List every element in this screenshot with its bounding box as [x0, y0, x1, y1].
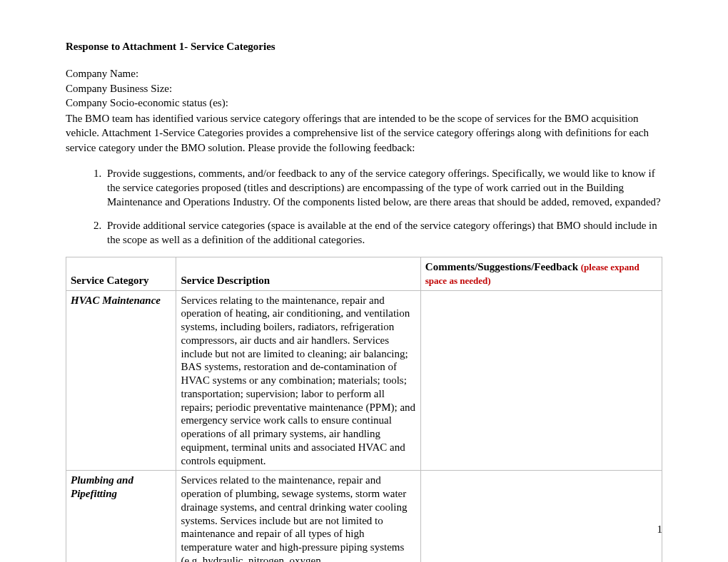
feedback-list: Provide suggestions, comments, and/or fe…	[66, 166, 662, 247]
business-size-field: Company Business Size:	[66, 81, 662, 96]
socio-economic-field: Company Socio-economic status (es):	[66, 96, 662, 110]
cell-comments[interactable]	[420, 290, 662, 471]
feedback-item-1: Provide suggestions, comments, and/or fe…	[104, 166, 662, 210]
header-service-description: Service Description	[176, 257, 420, 291]
cell-comments[interactable]	[420, 471, 662, 562]
cell-category: Plumbing and Pipefitting	[66, 471, 176, 562]
cell-description: Services relating to the maintenance, re…	[176, 290, 420, 471]
header-comments-main: Comments/Suggestions/Feedback	[425, 261, 581, 272]
header-service-category: Service Category	[66, 257, 176, 291]
table-header-row: Service Category Service Description Com…	[66, 257, 662, 291]
cell-description: Services related to the maintenance, rep…	[176, 471, 420, 562]
page-number: 1	[657, 522, 663, 536]
header-comments: Comments/Suggestions/Feedback (please ex…	[420, 257, 662, 291]
doc-title: Response to Attachment 1- Service Catego…	[66, 39, 662, 53]
feedback-item-2: Provide additional service categories (s…	[104, 218, 662, 247]
company-name-field: Company Name:	[66, 66, 662, 81]
table-row: HVAC Maintenance Services relating to th…	[66, 290, 662, 471]
cell-category: HVAC Maintenance	[66, 290, 176, 471]
intro-paragraph: The BMO team has identified various serv…	[66, 111, 662, 155]
service-table: Service Category Service Description Com…	[66, 257, 662, 562]
table-row: Plumbing and Pipefitting Services relate…	[66, 471, 662, 562]
